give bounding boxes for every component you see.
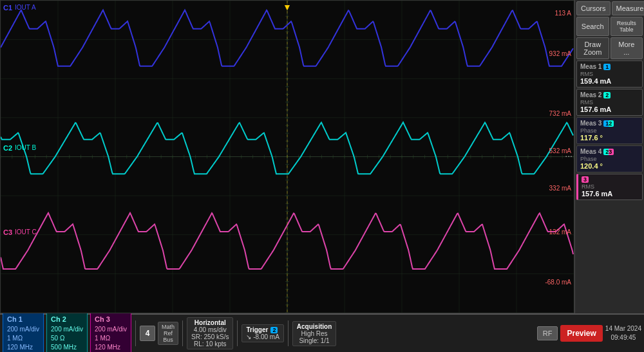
top-buttons: Cursors Measure bbox=[576, 1, 643, 15]
rms3-type: RMS bbox=[582, 183, 639, 190]
more-button[interactable]: More ... bbox=[611, 37, 643, 59]
meas3-box: Meas 3 12 Phase 117.6 ° bbox=[576, 117, 643, 144]
meas4-badge: 23 bbox=[603, 149, 614, 155]
acquisition-mode: High Res bbox=[297, 330, 332, 337]
sr: SR: 250 kS/s bbox=[191, 333, 229, 340]
meas4-value: 120.4 ° bbox=[580, 162, 639, 170]
math-label: Math bbox=[162, 324, 175, 330]
horizontal-box: Horizontal 4.00 ms/div SR: 250 kS/s RL: … bbox=[187, 317, 233, 349]
ch3-bw: 120 MHz bbox=[95, 343, 127, 352]
scope-display: C1 IOUT A C2 IOUT B C3 IOUT C 113 A 932 … bbox=[0, 0, 574, 313]
meas1-type: RMS bbox=[580, 71, 639, 77]
main-area: C1 IOUT A C2 IOUT B C3 IOUT C 113 A 932 … bbox=[0, 0, 644, 313]
math-ref-bus: Math Ref Bus bbox=[158, 322, 178, 345]
separator-4 bbox=[288, 320, 289, 346]
meas1-header: Meas 1 1 bbox=[580, 63, 639, 70]
meas3-badge: 12 bbox=[603, 120, 614, 127]
rms3-box: 3 RMS 157.6 mA bbox=[576, 174, 643, 200]
search-results-row: Search Results Table bbox=[576, 17, 643, 36]
meas4-type: Phase bbox=[580, 156, 639, 162]
time: 09:49:45 bbox=[605, 333, 641, 342]
timebase: 4.00 ms/div bbox=[191, 326, 229, 333]
meas4-box: Meas 4 23 Phase 120.4 ° bbox=[576, 145, 643, 172]
meas1-badge: 1 bbox=[603, 64, 611, 70]
cursors-button[interactable]: Cursors bbox=[576, 1, 611, 15]
trigger-badge: 2 bbox=[270, 327, 278, 333]
separator-1 bbox=[135, 320, 136, 346]
meas3-type: Phase bbox=[580, 127, 639, 134]
meas2-box: Meas 2 2 RMS 157.6 mA bbox=[576, 89, 643, 116]
search-button[interactable]: Search bbox=[576, 17, 609, 36]
meas4-header: Meas 4 23 bbox=[580, 148, 639, 155]
acquisition-label: Acquisition bbox=[297, 323, 332, 330]
ch1-info-box: Ch 1 200 mA/div 1 MΩ 120 MHz bbox=[3, 312, 44, 352]
preview-button[interactable]: Preview bbox=[560, 325, 602, 342]
trigger-value: ↘ -8.00 mA bbox=[246, 333, 279, 340]
meas2-title: Meas 2 bbox=[580, 91, 601, 98]
meas1-title: Meas 1 bbox=[580, 63, 601, 70]
bottom-bar: Ch 1 200 mA/div 1 MΩ 120 MHz Ch 2 200 mA… bbox=[0, 313, 644, 352]
meas2-type: RMS bbox=[580, 99, 639, 106]
ch2-info-title: Ch 2 bbox=[51, 315, 83, 324]
trigger-box: Trigger 2 ↘ -8.00 mA bbox=[242, 324, 283, 342]
trigger-label: Trigger bbox=[246, 326, 268, 333]
ch2-scale: 200 mA/div bbox=[51, 325, 83, 334]
results-table-button[interactable]: Results Table bbox=[611, 17, 643, 36]
ch1-scale: 200 mA/div bbox=[7, 325, 39, 334]
meas3-value: 117.6 ° bbox=[580, 134, 639, 142]
ch2-bw: 500 MHz bbox=[51, 343, 83, 352]
separator-2 bbox=[182, 320, 183, 346]
ch2-impedance: 50 Ω bbox=[51, 334, 83, 343]
rms3-badge: 3 bbox=[582, 176, 589, 183]
meas1-box: Meas 1 1 RMS 159.4 mA bbox=[576, 60, 643, 88]
meas2-header: Meas 2 2 bbox=[580, 91, 639, 98]
ch1-impedance: 1 MΩ bbox=[7, 334, 39, 343]
rms3-value: 157.6 mA bbox=[582, 190, 639, 198]
right-panel: Cursors Measure Search Results Table Dra… bbox=[574, 0, 644, 313]
draw-more-row: Draw Zoom More ... bbox=[576, 37, 643, 59]
acquisition-box: Acquisition High Res Single: 1/1 bbox=[292, 321, 336, 346]
bus-label: Bus bbox=[163, 337, 173, 343]
meas3-header: Meas 3 12 bbox=[580, 120, 639, 127]
trigger-header: Trigger 2 bbox=[246, 326, 279, 333]
meas4-title: Meas 4 bbox=[580, 148, 601, 155]
ch3-impedance: 1 MΩ bbox=[95, 334, 127, 343]
ch3-info-box: Ch 3 200 mA/div 1 MΩ 120 MHz bbox=[90, 312, 131, 352]
measure-button[interactable]: Measure bbox=[612, 1, 644, 15]
ch1-bw: 120 MHz bbox=[7, 343, 39, 352]
ch2-info-box: Ch 2 200 mA/div 50 Ω 500 MHz bbox=[46, 312, 88, 352]
ch3-info-title: Ch 3 bbox=[95, 315, 127, 324]
rms3-header: 3 bbox=[582, 176, 639, 183]
acquisition-single: Single: 1/1 bbox=[297, 337, 332, 344]
date: 14 Mar 2024 bbox=[605, 324, 641, 333]
meas2-badge: 2 bbox=[603, 92, 611, 98]
draw-zoom-button[interactable]: Draw Zoom bbox=[576, 37, 609, 59]
date-time: 14 Mar 2024 09:49:45 bbox=[605, 324, 641, 342]
ch1-info-title: Ch 1 bbox=[7, 315, 39, 324]
meas1-value: 159.4 mA bbox=[580, 77, 639, 85]
rf-button[interactable]: RF bbox=[537, 326, 558, 340]
meas2-value: 157.6 mA bbox=[580, 106, 639, 113]
horizontal-label: Horizontal bbox=[191, 319, 229, 326]
ch3-scale: 200 mA/div bbox=[95, 325, 127, 334]
rl: RL: 10 kpts bbox=[191, 340, 229, 347]
meas3-title: Meas 3 bbox=[580, 120, 601, 127]
num-badge: 4 bbox=[140, 326, 155, 341]
waveform-canvas bbox=[1, 1, 574, 313]
ref-label: Ref bbox=[164, 330, 173, 337]
separator-3 bbox=[237, 320, 238, 346]
